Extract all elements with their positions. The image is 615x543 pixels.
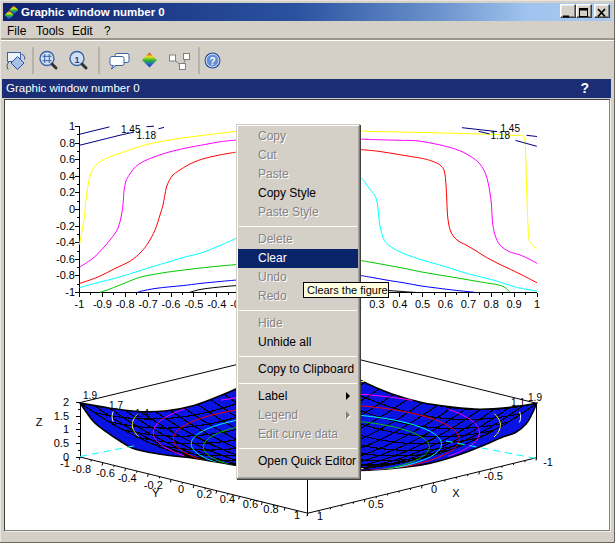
svg-text:-0.6: -0.6 xyxy=(162,298,181,310)
svg-text:0: 0 xyxy=(178,483,184,495)
svg-text:0.5: 0.5 xyxy=(54,437,69,449)
svg-text:0.8: 0.8 xyxy=(484,298,499,310)
svg-text:0.6: 0.6 xyxy=(243,498,258,510)
svg-text:0.4: 0.4 xyxy=(392,298,407,310)
svg-text:-1: -1 xyxy=(543,456,553,468)
svg-text:-0.6: -0.6 xyxy=(96,467,115,479)
svg-text:-0.8: -0.8 xyxy=(116,298,135,310)
svg-text:0.4: 0.4 xyxy=(220,493,235,505)
svg-text:X: X xyxy=(452,487,460,499)
svg-text:0.7: 0.7 xyxy=(461,298,476,310)
svg-text:1.1: 1.1 xyxy=(511,397,525,408)
svg-text:-1: -1 xyxy=(65,286,75,298)
svg-text:1: 1 xyxy=(63,423,69,435)
svg-text:0.5: 0.5 xyxy=(415,298,430,310)
svg-text:1: 1 xyxy=(69,120,75,132)
svg-text:1.18: 1.18 xyxy=(137,130,157,141)
svg-text:Y: Y xyxy=(152,487,160,499)
svg-text:0.9: 0.9 xyxy=(506,298,521,310)
svg-text:Z: Z xyxy=(36,416,43,428)
svg-text:1.9: 1.9 xyxy=(528,392,542,403)
svg-text:-1: -1 xyxy=(60,457,70,469)
svg-text:0.6: 0.6 xyxy=(438,298,453,310)
svg-text:-0.5: -0.5 xyxy=(484,470,503,482)
svg-text:-0.4: -0.4 xyxy=(56,236,75,248)
svg-text:0.4: 0.4 xyxy=(60,170,75,182)
svg-text:-0.4: -0.4 xyxy=(207,298,226,310)
svg-text:-0.5: -0.5 xyxy=(184,298,203,310)
svg-text:-0.4: -0.4 xyxy=(118,472,137,484)
svg-text:0: 0 xyxy=(69,203,75,215)
svg-text:1.9: 1.9 xyxy=(83,390,97,401)
svg-text:-0.2: -0.2 xyxy=(56,220,75,232)
svg-text:1.18: 1.18 xyxy=(491,130,511,141)
svg-text:1: 1 xyxy=(534,298,540,310)
svg-text:0.2: 0.2 xyxy=(197,488,212,500)
svg-text:-0.8: -0.8 xyxy=(56,269,75,281)
svg-text:1.7: 1.7 xyxy=(109,400,123,411)
svg-text:-0.7: -0.7 xyxy=(139,298,158,310)
svg-text:-0.6: -0.6 xyxy=(56,253,75,265)
svg-text:0.3: 0.3 xyxy=(369,298,384,310)
svg-text:0.6: 0.6 xyxy=(60,153,75,165)
svg-text:2: 2 xyxy=(63,396,69,408)
svg-text:1.4: 1.4 xyxy=(135,408,149,419)
svg-text:0.8: 0.8 xyxy=(60,137,75,149)
svg-text:0.2: 0.2 xyxy=(60,186,75,198)
svg-text:0.8: 0.8 xyxy=(263,503,278,515)
svg-text:1: 1 xyxy=(317,510,323,522)
svg-text:1.5: 1.5 xyxy=(54,410,69,422)
svg-text:-0.9: -0.9 xyxy=(93,298,112,310)
svg-text:-1: -1 xyxy=(75,298,85,310)
svg-text:0.5: 0.5 xyxy=(368,498,383,510)
svg-text:-0.8: -0.8 xyxy=(72,463,91,475)
svg-text:1: 1 xyxy=(294,509,300,521)
svg-text:0: 0 xyxy=(431,483,437,495)
